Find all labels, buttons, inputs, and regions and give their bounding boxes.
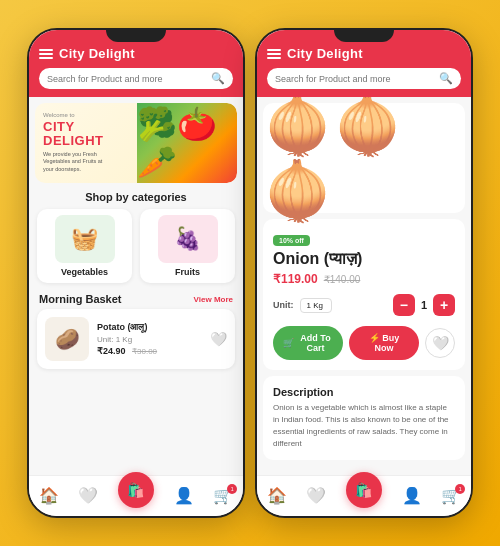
- vegetables-label: Vegetables: [61, 267, 108, 277]
- desc-title: Description: [273, 386, 455, 398]
- morning-basket-title: Morning Basket: [39, 293, 122, 305]
- search-input-left[interactable]: [47, 74, 207, 84]
- add-to-cart-btn[interactable]: 🛒 Add To Cart: [273, 326, 343, 360]
- buy-now-btn[interactable]: ⚡ Buy Now: [349, 326, 419, 360]
- nav-wishlist-left[interactable]: 🤍: [78, 486, 98, 505]
- nav-profile-right[interactable]: 👤: [402, 486, 422, 505]
- onion-image: 🧅🧅🧅: [263, 97, 465, 224]
- qty-minus-btn[interactable]: −: [393, 294, 415, 316]
- search-bar-left[interactable]: 🔍: [39, 68, 233, 89]
- nav-center-left[interactable]: 🛍️: [118, 482, 154, 508]
- hamburger-icon-right[interactable]: [267, 49, 281, 59]
- product-wishlist-btn[interactable]: 🤍: [425, 328, 455, 358]
- phone-notch-right: [334, 30, 394, 42]
- phone-notch: [106, 30, 166, 42]
- action-row: 🛒 Add To Cart ⚡ Buy Now 🤍: [273, 326, 455, 360]
- nav-center-btn-right[interactable]: 🛍️: [346, 472, 382, 508]
- onion-image-container: 🧅🧅🧅: [263, 103, 465, 213]
- potato-price: ₹24.90 ₹30.00: [97, 346, 202, 356]
- banner-text: Welcome to CITY DELIGHT We provide you F…: [35, 104, 121, 182]
- product-detail-name: Onion (प्याज़): [273, 250, 455, 268]
- nav-center-icon-left: 🛍️: [127, 482, 144, 498]
- description-section: Description Onion is a vegetable which i…: [263, 376, 465, 460]
- product-detail-content: 🧅🧅🧅 10% off Onion (प्याज़) ₹119.00 ₹140.…: [257, 97, 471, 475]
- price-old: ₹140.00: [324, 274, 361, 285]
- nav-center-btn-left[interactable]: 🛍️: [118, 472, 154, 508]
- detail-prices: ₹119.00 ₹140.00: [273, 272, 455, 286]
- nav-cart-right[interactable]: 🛒 1: [441, 486, 461, 505]
- potato-info: Potato (आलू) Unit: 1 Kg ₹24.90 ₹30.00: [97, 322, 202, 356]
- cart-badge-left: 1: [227, 484, 237, 494]
- category-vegetables[interactable]: 🧺 Vegetables: [37, 209, 132, 283]
- potato-wishlist-btn[interactable]: 🤍: [210, 331, 227, 347]
- app-title-left: City Delight: [59, 46, 135, 61]
- search-icon-right[interactable]: 🔍: [439, 72, 453, 85]
- nav-home-right[interactable]: 🏠: [267, 486, 287, 505]
- view-more-link[interactable]: View More: [194, 295, 233, 304]
- qty-value: 1: [421, 299, 427, 311]
- unit-label: Unit:: [273, 300, 294, 310]
- nav-home-left[interactable]: 🏠: [39, 486, 59, 505]
- fruits-label: Fruits: [175, 267, 200, 277]
- search-bar-right[interactable]: 🔍: [267, 68, 461, 89]
- left-scroll-content: Welcome to CITY DELIGHT We provide you F…: [29, 97, 243, 475]
- potato-name: Potato (आलू): [97, 322, 202, 333]
- profile-icon-left: 👤: [174, 486, 194, 505]
- left-phone: City Delight 🔍 Welcome to CITY DELIGHT W…: [27, 28, 245, 518]
- left-bottom-nav: 🏠 🤍 🛍️ 👤 🛒 1: [29, 475, 243, 516]
- banner-welcome: Welcome to: [43, 112, 113, 118]
- desc-text: Onion is a vegetable which is almost lik…: [273, 402, 455, 450]
- nav-center-right[interactable]: 🛍️: [346, 482, 382, 508]
- wishlist-icon-left: 🤍: [78, 486, 98, 505]
- potato-image: 🥔: [45, 317, 89, 361]
- category-fruits[interactable]: 🍇 Fruits: [140, 209, 235, 283]
- nav-center-icon-right: 🛍️: [355, 482, 372, 498]
- search-input-right[interactable]: [275, 74, 435, 84]
- banner-description: We provide you Fresh Vegetables and Frui…: [43, 151, 113, 174]
- right-bottom-nav: 🏠 🤍 🛍️ 👤 🛒 1: [257, 475, 471, 516]
- banner-title: CITY DELIGHT: [43, 120, 113, 149]
- nav-cart-left[interactable]: 🛒 1: [213, 486, 233, 505]
- right-phone: City Delight 🔍 🧅🧅🧅 10% off Onion (प्याज़…: [255, 28, 473, 518]
- fruits-image: 🍇: [158, 215, 218, 263]
- home-icon-right: 🏠: [267, 486, 287, 505]
- app-title-right: City Delight: [287, 46, 363, 61]
- product-detail-section: 10% off Onion (प्याज़) ₹119.00 ₹140.00 U…: [263, 219, 465, 370]
- qty-controls: − 1 +: [393, 294, 455, 316]
- categories-title: Shop by categories: [29, 191, 243, 203]
- price-new: ₹119.00: [273, 272, 318, 286]
- search-icon-left[interactable]: 🔍: [211, 72, 225, 85]
- unit-row: Unit: 1 Kg 2 Kg 500g − 1 +: [273, 294, 455, 316]
- product-card-potato: 🥔 Potato (आलू) Unit: 1 Kg ₹24.90 ₹30.00 …: [37, 309, 235, 369]
- unit-select[interactable]: 1 Kg 2 Kg 500g: [300, 298, 332, 313]
- cart-badge-right: 1: [455, 484, 465, 494]
- qty-plus-btn[interactable]: +: [433, 294, 455, 316]
- home-icon-left: 🏠: [39, 486, 59, 505]
- discount-badge: 10% off: [273, 235, 310, 246]
- potato-unit: Unit: 1 Kg: [97, 335, 202, 344]
- profile-icon-right: 👤: [402, 486, 422, 505]
- banner-image: 🥦🍅🥕: [137, 103, 237, 183]
- nav-wishlist-right[interactable]: 🤍: [306, 486, 326, 505]
- categories-row: 🧺 Vegetables 🍇 Fruits: [29, 209, 243, 289]
- morning-basket-header: Morning Basket View More: [29, 289, 243, 309]
- nav-profile-left[interactable]: 👤: [174, 486, 194, 505]
- hamburger-icon[interactable]: [39, 49, 53, 59]
- vegetables-image: 🧺: [55, 215, 115, 263]
- wishlist-icon-right: 🤍: [306, 486, 326, 505]
- cart-icon-action: 🛒: [283, 338, 294, 348]
- banner: Welcome to CITY DELIGHT We provide you F…: [35, 103, 237, 183]
